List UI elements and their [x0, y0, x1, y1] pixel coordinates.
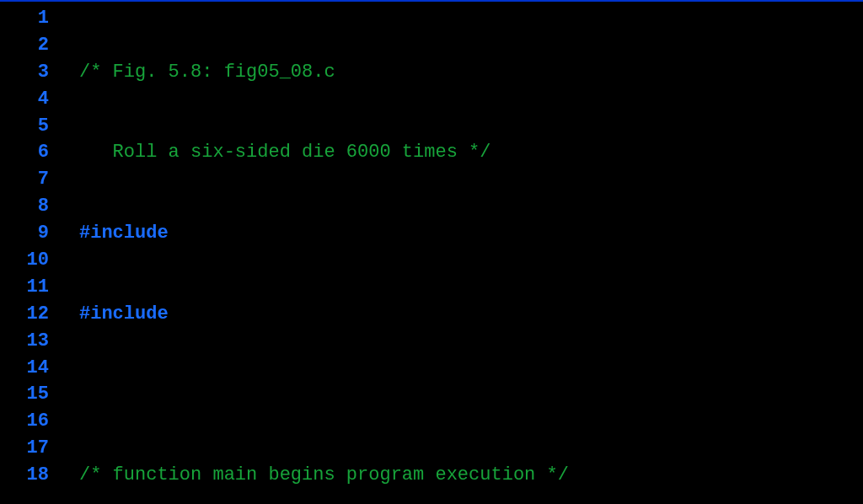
top-rule [0, 0, 863, 2]
line-number: 15 [0, 381, 54, 408]
line-number: 6 [0, 139, 54, 166]
code-line: #include [79, 220, 813, 247]
source-code[interactable]: /* Fig. 5.8: fig05_08.c Roll a six-sided… [54, 5, 813, 504]
code-editor: 1 2 3 4 5 6 7 8 9 10 11 12 13 14 15 16 1… [0, 5, 863, 504]
line-number-gutter: 1 2 3 4 5 6 7 8 9 10 11 12 13 14 15 16 1… [0, 5, 54, 504]
line-number: 3 [0, 59, 54, 86]
code-line: /* function main begins program executio… [79, 462, 813, 489]
line-number: 8 [0, 193, 54, 220]
code-line: /* Fig. 5.8: fig05_08.c [79, 59, 813, 86]
line-number: 11 [0, 274, 54, 301]
line-number: 13 [0, 328, 54, 355]
code-line: #include [79, 301, 813, 328]
keyword-include: #include [79, 223, 169, 244]
comment: Roll a six-sided die 6000 times */ [79, 142, 490, 163]
line-number: 1 [0, 5, 54, 32]
code-line-blank [79, 381, 813, 408]
line-number: 2 [0, 32, 54, 59]
line-number: 10 [0, 247, 54, 274]
line-number: 16 [0, 408, 54, 435]
line-number: 14 [0, 355, 54, 382]
comment: /* function main begins program executio… [79, 464, 569, 485]
line-number: 18 [0, 462, 54, 489]
keyword-include: #include [79, 303, 169, 324]
line-number: 4 [0, 86, 54, 113]
comment: /* Fig. 5.8: fig05_08.c [79, 62, 335, 83]
line-number: 5 [0, 113, 54, 140]
line-number: 9 [0, 220, 54, 247]
line-number: 12 [0, 301, 54, 328]
line-number: 7 [0, 166, 54, 193]
code-line: Roll a six-sided die 6000 times */ [79, 139, 813, 166]
line-number: 17 [0, 435, 54, 462]
